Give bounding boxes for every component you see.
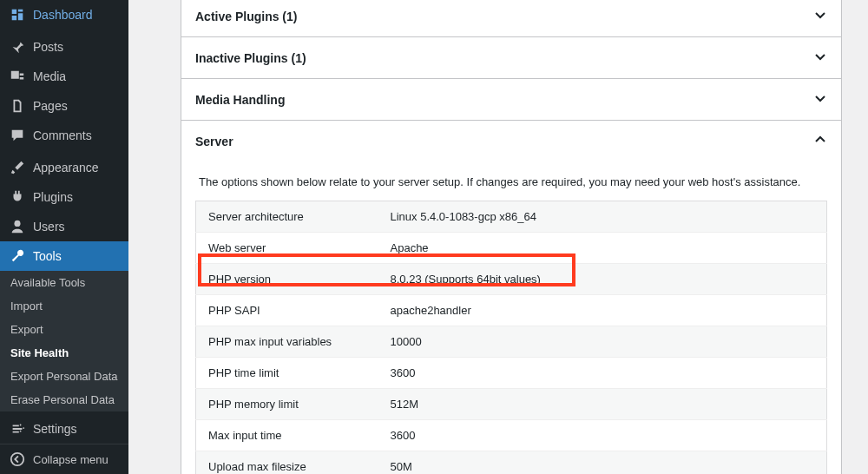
table-cell-key: PHP max input variables (196, 326, 378, 358)
table-cell-value: Apache (378, 233, 827, 264)
table-row: Server architectureLinux 5.4.0-1083-gcp … (196, 201, 827, 233)
sidebar-item-dashboard[interactable]: Dashboard (0, 0, 128, 30)
submenu-import[interactable]: Import (0, 294, 128, 318)
chevron-down-icon (813, 8, 827, 24)
table-cell-key: PHP time limit (196, 358, 378, 389)
sidebar-item-label: Tools (33, 249, 62, 263)
table-cell-value: 3600 (378, 420, 827, 451)
dashboard-icon (9, 7, 26, 23)
submenu-erase-personal-data[interactable]: Erase Personal Data (0, 388, 128, 411)
panel-title: Inactive Plugins (1) (195, 51, 306, 65)
sidebar-item-label: Posts (33, 40, 63, 54)
table-cell-key: PHP version (196, 264, 378, 295)
sidebar-item-label: Appearance (33, 161, 99, 174)
table-cell-value: 50M (378, 451, 827, 475)
table-cell-value: 3600 (378, 358, 827, 389)
table-cell-value: apache2handler (378, 295, 827, 326)
collapse-label: Collapse menu (33, 453, 108, 466)
tools-submenu: Available Tools Import Export Site Healt… (0, 271, 128, 411)
submenu-export-personal-data[interactable]: Export Personal Data (0, 365, 128, 388)
sidebar-item-label: Pages (33, 99, 68, 113)
panel-media-handling: Media Handling (181, 79, 842, 121)
chevron-up-icon (813, 133, 827, 149)
sidebar-item-comments[interactable]: Comments (0, 121, 128, 150)
panel-body-server: The options shown below relate to your s… (181, 161, 841, 474)
table-cell-value: 8.0.23 (Supports 64bit values) (378, 264, 827, 295)
sidebar-item-appearance[interactable]: Appearance (0, 153, 128, 182)
panel-active-plugins: Active Plugins (1) (181, 0, 842, 37)
comments-icon (9, 128, 26, 143)
sidebar-item-media[interactable]: Media (0, 62, 128, 91)
table-cell-value: 10000 (378, 326, 827, 358)
collapse-icon (9, 451, 26, 467)
table-cell-key: Web server (196, 233, 378, 264)
panel-header-inactive-plugins[interactable]: Inactive Plugins (1) (181, 37, 841, 78)
panel-header-server[interactable]: Server (181, 121, 841, 161)
sidebar-item-label: Users (33, 220, 65, 234)
sidebar-item-settings[interactable]: Settings (0, 414, 128, 444)
plugin-icon (9, 189, 26, 205)
table-cell-key: Max input time (196, 420, 378, 451)
sidebar-item-label: Settings (33, 422, 77, 436)
svg-point-0 (11, 453, 23, 465)
admin-sidebar: Dashboard Posts Media Pages Comments App… (0, 0, 128, 474)
table-cell-value: Linux 5.4.0-1083-gcp x86_64 (378, 201, 827, 233)
panel-title: Active Plugins (1) (195, 10, 297, 23)
chevron-down-icon (813, 91, 827, 108)
submenu-export[interactable]: Export (0, 318, 128, 341)
sidebar-item-plugins[interactable]: Plugins (0, 182, 128, 212)
table-row: Upload max filesize50M (196, 451, 827, 475)
sidebar-item-tools[interactable]: Tools (0, 241, 128, 271)
table-cell-key: Server architecture (196, 201, 378, 233)
submenu-available-tools[interactable]: Available Tools (0, 271, 128, 294)
collapse-menu-button[interactable]: Collapse menu (0, 444, 128, 474)
table-row: Max input time3600 (196, 420, 827, 451)
table-cell-key: PHP memory limit (196, 389, 378, 420)
server-info-table: Server architectureLinux 5.4.0-1083-gcp … (195, 201, 827, 474)
wrench-icon (9, 248, 26, 264)
sidebar-item-label: Comments (33, 128, 92, 142)
table-row: PHP time limit3600 (196, 358, 827, 389)
panel-inactive-plugins: Inactive Plugins (1) (181, 37, 842, 79)
sidebar-item-pages[interactable]: Pages (0, 91, 128, 121)
panel-title: Media Handling (195, 93, 285, 107)
table-row: PHP version8.0.23 (Supports 64bit values… (196, 264, 827, 295)
panel-header-media-handling[interactable]: Media Handling (181, 79, 841, 120)
table-cell-key: PHP SAPI (196, 295, 378, 326)
user-icon (9, 219, 26, 234)
panel-header-active-plugins[interactable]: Active Plugins (1) (181, 0, 841, 36)
sidebar-item-label: Media (33, 69, 66, 83)
chevron-down-icon (813, 49, 827, 66)
table-row: PHP memory limit512M (196, 389, 827, 420)
table-cell-key: Upload max filesize (196, 451, 378, 475)
brush-icon (9, 160, 26, 175)
table-row: PHP SAPIapache2handler (196, 295, 827, 326)
table-row: PHP max input variables10000 (196, 326, 827, 358)
main-content: Active Plugins (1) Inactive Plugins (1) … (128, 0, 868, 474)
settings-icon (9, 421, 26, 437)
pages-icon (9, 98, 26, 114)
panel-server: Server The options shown below relate to… (181, 121, 842, 474)
table-cell-value: 512M (378, 389, 827, 420)
server-note: The options shown below relate to your s… (195, 175, 827, 188)
sidebar-item-posts[interactable]: Posts (0, 32, 128, 62)
sidebar-item-label: Plugins (33, 190, 73, 204)
media-icon (9, 69, 26, 84)
sidebar-item-users[interactable]: Users (0, 212, 128, 241)
table-row: Web serverApache (196, 233, 827, 264)
submenu-site-health[interactable]: Site Health (0, 341, 128, 365)
panel-title: Server (195, 135, 233, 148)
pin-icon (9, 39, 26, 55)
sidebar-item-label: Dashboard (33, 8, 93, 22)
